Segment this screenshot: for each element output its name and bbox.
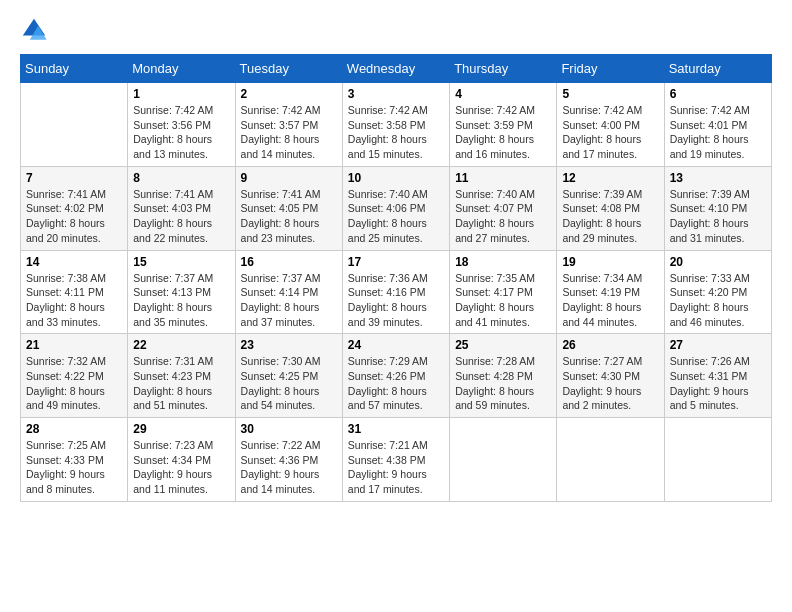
- calendar-cell: 4Sunrise: 7:42 AM Sunset: 3:59 PM Daylig…: [450, 83, 557, 167]
- calendar-cell: 24Sunrise: 7:29 AM Sunset: 4:26 PM Dayli…: [342, 334, 449, 418]
- day-number: 7: [26, 171, 122, 185]
- calendar-cell: 29Sunrise: 7:23 AM Sunset: 4:34 PM Dayli…: [128, 418, 235, 502]
- weekday-header-row: SundayMondayTuesdayWednesdayThursdayFrid…: [21, 55, 772, 83]
- calendar-week-row: 28Sunrise: 7:25 AM Sunset: 4:33 PM Dayli…: [21, 418, 772, 502]
- calendar-cell: [21, 83, 128, 167]
- calendar-cell: 30Sunrise: 7:22 AM Sunset: 4:36 PM Dayli…: [235, 418, 342, 502]
- day-number: 5: [562, 87, 658, 101]
- day-number: 12: [562, 171, 658, 185]
- day-info: Sunrise: 7:42 AM Sunset: 3:59 PM Dayligh…: [455, 103, 551, 162]
- day-number: 23: [241, 338, 337, 352]
- calendar-cell: [557, 418, 664, 502]
- day-number: 24: [348, 338, 444, 352]
- calendar-cell: 31Sunrise: 7:21 AM Sunset: 4:38 PM Dayli…: [342, 418, 449, 502]
- calendar-cell: 19Sunrise: 7:34 AM Sunset: 4:19 PM Dayli…: [557, 250, 664, 334]
- calendar-week-row: 21Sunrise: 7:32 AM Sunset: 4:22 PM Dayli…: [21, 334, 772, 418]
- day-info: Sunrise: 7:41 AM Sunset: 4:05 PM Dayligh…: [241, 187, 337, 246]
- day-info: Sunrise: 7:37 AM Sunset: 4:13 PM Dayligh…: [133, 271, 229, 330]
- day-info: Sunrise: 7:36 AM Sunset: 4:16 PM Dayligh…: [348, 271, 444, 330]
- day-number: 25: [455, 338, 551, 352]
- day-info: Sunrise: 7:33 AM Sunset: 4:20 PM Dayligh…: [670, 271, 766, 330]
- day-number: 6: [670, 87, 766, 101]
- calendar-cell: 23Sunrise: 7:30 AM Sunset: 4:25 PM Dayli…: [235, 334, 342, 418]
- calendar-week-row: 14Sunrise: 7:38 AM Sunset: 4:11 PM Dayli…: [21, 250, 772, 334]
- day-number: 2: [241, 87, 337, 101]
- calendar-week-row: 1Sunrise: 7:42 AM Sunset: 3:56 PM Daylig…: [21, 83, 772, 167]
- logo: [20, 16, 52, 44]
- day-info: Sunrise: 7:34 AM Sunset: 4:19 PM Dayligh…: [562, 271, 658, 330]
- calendar-cell: 25Sunrise: 7:28 AM Sunset: 4:28 PM Dayli…: [450, 334, 557, 418]
- calendar-cell: 26Sunrise: 7:27 AM Sunset: 4:30 PM Dayli…: [557, 334, 664, 418]
- calendar-cell: 28Sunrise: 7:25 AM Sunset: 4:33 PM Dayli…: [21, 418, 128, 502]
- day-info: Sunrise: 7:31 AM Sunset: 4:23 PM Dayligh…: [133, 354, 229, 413]
- day-number: 14: [26, 255, 122, 269]
- day-info: Sunrise: 7:42 AM Sunset: 4:01 PM Dayligh…: [670, 103, 766, 162]
- calendar-table: SundayMondayTuesdayWednesdayThursdayFrid…: [20, 54, 772, 502]
- day-number: 18: [455, 255, 551, 269]
- day-number: 9: [241, 171, 337, 185]
- day-number: 3: [348, 87, 444, 101]
- calendar-cell: 27Sunrise: 7:26 AM Sunset: 4:31 PM Dayli…: [664, 334, 771, 418]
- day-number: 19: [562, 255, 658, 269]
- calendar-cell: 12Sunrise: 7:39 AM Sunset: 4:08 PM Dayli…: [557, 166, 664, 250]
- day-number: 22: [133, 338, 229, 352]
- day-number: 21: [26, 338, 122, 352]
- day-info: Sunrise: 7:38 AM Sunset: 4:11 PM Dayligh…: [26, 271, 122, 330]
- calendar-cell: 22Sunrise: 7:31 AM Sunset: 4:23 PM Dayli…: [128, 334, 235, 418]
- day-number: 15: [133, 255, 229, 269]
- day-info: Sunrise: 7:41 AM Sunset: 4:02 PM Dayligh…: [26, 187, 122, 246]
- calendar-cell: 6Sunrise: 7:42 AM Sunset: 4:01 PM Daylig…: [664, 83, 771, 167]
- day-info: Sunrise: 7:37 AM Sunset: 4:14 PM Dayligh…: [241, 271, 337, 330]
- day-number: 4: [455, 87, 551, 101]
- day-info: Sunrise: 7:42 AM Sunset: 3:57 PM Dayligh…: [241, 103, 337, 162]
- day-info: Sunrise: 7:32 AM Sunset: 4:22 PM Dayligh…: [26, 354, 122, 413]
- day-info: Sunrise: 7:35 AM Sunset: 4:17 PM Dayligh…: [455, 271, 551, 330]
- weekday-header: Monday: [128, 55, 235, 83]
- day-number: 31: [348, 422, 444, 436]
- day-info: Sunrise: 7:23 AM Sunset: 4:34 PM Dayligh…: [133, 438, 229, 497]
- day-info: Sunrise: 7:22 AM Sunset: 4:36 PM Dayligh…: [241, 438, 337, 497]
- calendar-cell: [664, 418, 771, 502]
- day-info: Sunrise: 7:42 AM Sunset: 3:56 PM Dayligh…: [133, 103, 229, 162]
- calendar-cell: 3Sunrise: 7:42 AM Sunset: 3:58 PM Daylig…: [342, 83, 449, 167]
- day-info: Sunrise: 7:29 AM Sunset: 4:26 PM Dayligh…: [348, 354, 444, 413]
- calendar-cell: 2Sunrise: 7:42 AM Sunset: 3:57 PM Daylig…: [235, 83, 342, 167]
- weekday-header: Friday: [557, 55, 664, 83]
- day-number: 11: [455, 171, 551, 185]
- day-number: 20: [670, 255, 766, 269]
- day-info: Sunrise: 7:30 AM Sunset: 4:25 PM Dayligh…: [241, 354, 337, 413]
- calendar-cell: [450, 418, 557, 502]
- calendar-cell: 1Sunrise: 7:42 AM Sunset: 3:56 PM Daylig…: [128, 83, 235, 167]
- calendar-cell: 21Sunrise: 7:32 AM Sunset: 4:22 PM Dayli…: [21, 334, 128, 418]
- weekday-header: Tuesday: [235, 55, 342, 83]
- day-info: Sunrise: 7:42 AM Sunset: 3:58 PM Dayligh…: [348, 103, 444, 162]
- day-info: Sunrise: 7:21 AM Sunset: 4:38 PM Dayligh…: [348, 438, 444, 497]
- day-info: Sunrise: 7:40 AM Sunset: 4:07 PM Dayligh…: [455, 187, 551, 246]
- calendar-cell: 14Sunrise: 7:38 AM Sunset: 4:11 PM Dayli…: [21, 250, 128, 334]
- page-header: [20, 16, 772, 44]
- day-number: 26: [562, 338, 658, 352]
- calendar-week-row: 7Sunrise: 7:41 AM Sunset: 4:02 PM Daylig…: [21, 166, 772, 250]
- calendar-cell: 9Sunrise: 7:41 AM Sunset: 4:05 PM Daylig…: [235, 166, 342, 250]
- weekday-header: Wednesday: [342, 55, 449, 83]
- calendar-cell: 15Sunrise: 7:37 AM Sunset: 4:13 PM Dayli…: [128, 250, 235, 334]
- calendar-cell: 11Sunrise: 7:40 AM Sunset: 4:07 PM Dayli…: [450, 166, 557, 250]
- calendar-cell: 7Sunrise: 7:41 AM Sunset: 4:02 PM Daylig…: [21, 166, 128, 250]
- day-number: 29: [133, 422, 229, 436]
- calendar-cell: 10Sunrise: 7:40 AM Sunset: 4:06 PM Dayli…: [342, 166, 449, 250]
- day-number: 16: [241, 255, 337, 269]
- weekday-header: Sunday: [21, 55, 128, 83]
- day-info: Sunrise: 7:26 AM Sunset: 4:31 PM Dayligh…: [670, 354, 766, 413]
- day-number: 8: [133, 171, 229, 185]
- day-number: 27: [670, 338, 766, 352]
- day-number: 28: [26, 422, 122, 436]
- calendar-cell: 18Sunrise: 7:35 AM Sunset: 4:17 PM Dayli…: [450, 250, 557, 334]
- day-number: 30: [241, 422, 337, 436]
- weekday-header: Thursday: [450, 55, 557, 83]
- day-info: Sunrise: 7:39 AM Sunset: 4:08 PM Dayligh…: [562, 187, 658, 246]
- calendar-cell: 8Sunrise: 7:41 AM Sunset: 4:03 PM Daylig…: [128, 166, 235, 250]
- weekday-header: Saturday: [664, 55, 771, 83]
- calendar-cell: 16Sunrise: 7:37 AM Sunset: 4:14 PM Dayli…: [235, 250, 342, 334]
- day-number: 1: [133, 87, 229, 101]
- day-info: Sunrise: 7:27 AM Sunset: 4:30 PM Dayligh…: [562, 354, 658, 413]
